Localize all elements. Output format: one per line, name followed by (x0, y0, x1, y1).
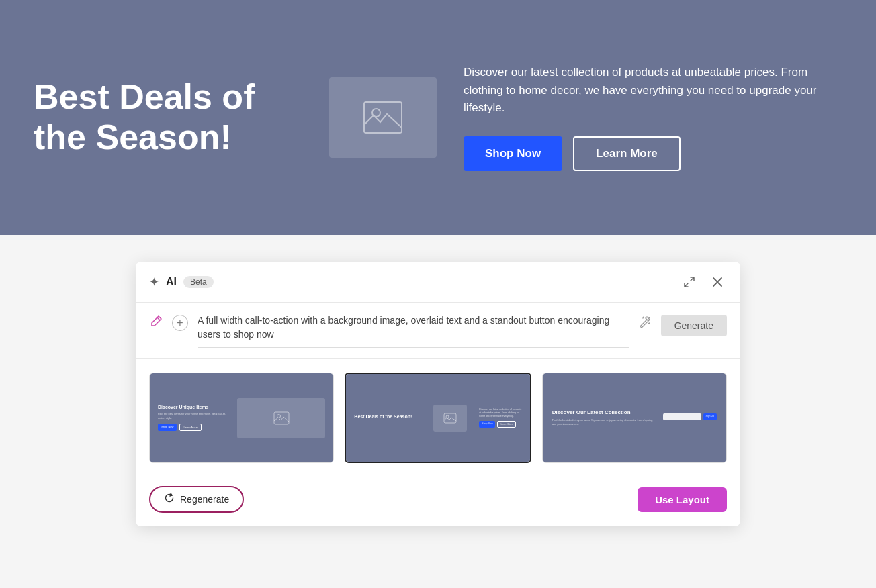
mini-signup-btn: Sign Up (703, 413, 717, 420)
wand-button[interactable] (638, 315, 652, 332)
mini-desc-1: Find the best items for your home and mo… (158, 412, 232, 420)
ai-panel-bottom: Regenerate Use Layout (136, 477, 740, 526)
hero-banner: Best Deals of the Season! Discover our l… (0, 0, 876, 235)
ai-panel-header: ✦ AI Beta (136, 262, 740, 303)
svg-point-3 (277, 414, 280, 418)
add-prompt-button[interactable]: + (172, 315, 188, 331)
hero-description: Discover our latest collection of produc… (464, 64, 840, 117)
mini-shop-btn-1: Shop Now (158, 424, 177, 431)
ai-prompt-area: + A full width call-to-action with a bac… (136, 303, 740, 359)
mini-desc-3: Find the best deals in your area. Sign u… (552, 418, 656, 426)
hero-left-section: Best Deals of the Season! (34, 77, 302, 158)
layout-card-2[interactable]: Best Deals of the Season! Discover our l… (345, 373, 531, 463)
learn-more-button[interactable]: Learn More (573, 136, 681, 171)
pencil-icon (149, 315, 163, 332)
ai-label: AI (166, 276, 177, 288)
regenerate-button[interactable]: Regenerate (149, 486, 244, 513)
hero-right-section: Discover our latest collection of produc… (464, 64, 842, 170)
svg-rect-0 (364, 102, 402, 133)
shop-now-button[interactable]: Shop Now (464, 136, 562, 171)
sparkle-icon: ✦ (149, 275, 159, 289)
mini-learn-btn-1: Learn More (179, 424, 201, 431)
ai-header-right (680, 273, 727, 291)
layout-options: Discover Unique Items Find the best item… (136, 359, 740, 477)
ai-panel: ✦ AI Beta (136, 262, 740, 526)
svg-rect-2 (274, 412, 289, 424)
close-button[interactable] (708, 273, 727, 291)
mini-image-1 (237, 398, 325, 438)
layout-card-1[interactable]: Discover Unique Items Find the best item… (149, 373, 334, 463)
generate-button[interactable]: Generate (661, 315, 727, 336)
mini-desc-2: Discover our latest collection of produc… (479, 408, 521, 418)
use-layout-button[interactable]: Use Layout (638, 487, 727, 512)
mini-title-1: Discover Unique Items (158, 405, 232, 409)
prompt-text: A full width call-to-action with a backg… (198, 313, 629, 348)
main-area: ✦ AI Beta (0, 235, 876, 588)
ai-header-left: ✦ AI Beta (149, 275, 214, 289)
mini-title-3: Discover Our Latest Collection (552, 409, 656, 415)
refresh-icon (164, 493, 175, 506)
layout-card-3[interactable]: Discover Our Latest Collection Find the … (542, 373, 727, 463)
mini-title-2: Best Deals of the Season! (354, 414, 421, 420)
regenerate-label: Regenerate (180, 494, 229, 505)
minimize-button[interactable] (680, 273, 699, 291)
hero-buttons: Shop Now Learn More (464, 136, 842, 171)
hero-title: Best Deals of the Season! (34, 77, 302, 158)
beta-badge: Beta (183, 276, 214, 288)
hero-image-placeholder (329, 77, 437, 158)
